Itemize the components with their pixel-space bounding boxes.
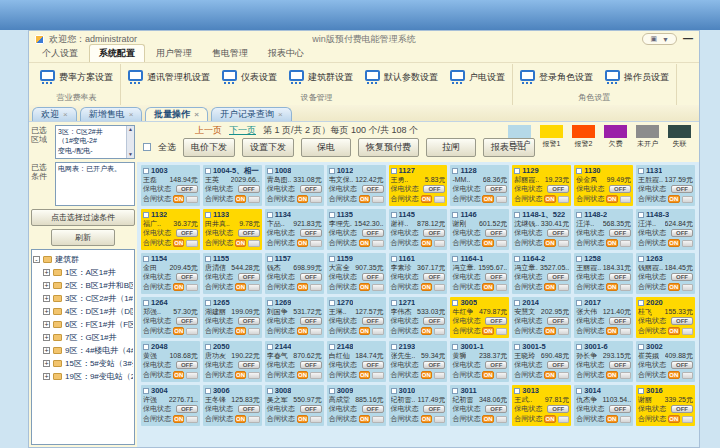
expand-icon[interactable]: + <box>43 308 50 315</box>
meter-card[interactable]: 1004-5、相一王英2029.66..保电状态OFF合闸状态ON <box>203 165 262 206</box>
on-button[interactable]: ON <box>235 195 246 203</box>
on-button[interactable]: ON <box>235 283 246 291</box>
on-button[interactable]: ON <box>359 195 370 203</box>
card-checkbox[interactable] <box>391 212 397 218</box>
meter-card[interactable]: 1130侯金凤99.49元保电状态OFF合闸状态ON <box>574 165 633 206</box>
card-checkbox[interactable] <box>514 388 520 394</box>
on-button[interactable]: ON <box>359 415 370 423</box>
on-button[interactable]: ON <box>482 195 493 203</box>
off-button[interactable]: OFF <box>238 229 260 237</box>
off-button[interactable]: OFF <box>238 273 260 281</box>
meter-card[interactable]: 1012韦文保..122.42元保电状态OFF合闸状态ON <box>327 165 386 206</box>
prev-page-link[interactable]: 上一页 <box>195 124 222 137</box>
card-checkbox[interactable] <box>391 388 397 394</box>
ribbon-tab[interactable]: 个人设置 <box>33 45 87 62</box>
meter-card[interactable]: 1264郑强..57.30元保电状态OFF合闸状态ON <box>141 297 200 338</box>
on-button[interactable]: ON <box>297 327 308 335</box>
off-button[interactable]: OFF <box>176 273 198 281</box>
card-checkbox[interactable] <box>143 256 149 262</box>
off-button[interactable]: OFF <box>176 405 198 413</box>
meter-card[interactable]: 1008青岛图..331.08元保电状态OFF合闸状态ON <box>265 165 324 206</box>
on-button[interactable]: ON <box>482 371 493 379</box>
off-button[interactable]: OFF <box>423 361 445 369</box>
off-button[interactable]: OFF <box>485 317 507 325</box>
card-checkbox[interactable] <box>329 344 335 350</box>
card-checkbox[interactable] <box>452 388 458 394</box>
card-checkbox[interactable] <box>638 168 644 174</box>
meter-card[interactable]: 2020桂飞155.33元保电状态OFF合闸状态ON <box>636 297 695 338</box>
meter-card[interactable]: 3009高成堂885.16元保电状态OFF合闸状态ON <box>327 385 386 426</box>
off-button[interactable]: OFF <box>362 229 384 237</box>
on-button[interactable]: ON <box>482 239 493 247</box>
on-button[interactable]: ON <box>544 371 555 379</box>
card-checkbox[interactable] <box>329 388 335 394</box>
close-icon[interactable]: × <box>278 110 283 119</box>
expand-icon[interactable]: + <box>43 334 50 341</box>
off-button[interactable]: OFF <box>423 273 445 281</box>
off-button[interactable]: OFF <box>176 185 198 193</box>
card-checkbox[interactable] <box>143 388 149 394</box>
card-checkbox[interactable] <box>514 300 520 306</box>
off-button[interactable]: OFF <box>485 405 507 413</box>
card-checkbox[interactable] <box>143 300 149 306</box>
on-button[interactable]: ON <box>235 239 246 247</box>
meter-card[interactable]: 1270王琳..127.57元保电状态OFF合闸状态ON <box>327 297 386 338</box>
meter-card[interactable]: 2017张大伟121.40元保电状态OFF合闸状态ON <box>574 297 633 338</box>
on-button[interactable]: ON <box>668 283 679 291</box>
meter-card[interactable]: 1134卞品..921.83元保电状态OFF合闸状态ON <box>265 209 324 250</box>
on-button[interactable]: ON <box>544 195 555 203</box>
close-icon[interactable]: × <box>194 110 199 119</box>
meter-card[interactable]: 2048黄强108.68元保电状态OFF合闸状态ON <box>141 341 200 382</box>
meter-card[interactable]: 3016谢丽339.25元保电状态OFF合闸状态ON <box>636 385 695 426</box>
card-checkbox[interactable] <box>267 212 273 218</box>
off-button[interactable]: OFF <box>362 405 384 413</box>
off-button[interactable]: OFF <box>300 273 322 281</box>
meter-card[interactable]: 2148白红仙184.74元保电状态OFF合闸状态ON <box>327 341 386 382</box>
on-button[interactable]: ON <box>173 195 184 203</box>
on-button[interactable]: ON <box>668 195 679 203</box>
off-button[interactable]: OFF <box>238 361 260 369</box>
card-checkbox[interactable] <box>143 168 149 174</box>
ribbon-tab[interactable]: 售电管理 <box>203 45 257 62</box>
card-checkbox[interactable] <box>329 168 335 174</box>
toolbar-button[interactable]: 保电 <box>301 138 351 157</box>
collapse-expander-icon[interactable]: - <box>33 256 40 263</box>
on-button[interactable]: ON <box>668 327 679 335</box>
card-checkbox[interactable] <box>638 212 644 218</box>
document-tab[interactable]: 欢迎× <box>32 107 77 121</box>
meter-card[interactable]: 1263钱丽霞..184.45元保电状态OFF合闸状态ON <box>636 253 695 294</box>
meter-card[interactable]: 2050唐功友190.22元保电状态OFF合闸状态ON <box>203 341 262 382</box>
on-button[interactable]: ON <box>235 371 246 379</box>
card-checkbox[interactable] <box>514 168 520 174</box>
meter-card[interactable]: 1146谢刚601.52元保电状态OFF合闸状态ON <box>450 209 509 250</box>
on-button[interactable]: ON <box>421 195 432 203</box>
tree-item[interactable]: +4区：D区1#井（D区1… <box>43 306 133 317</box>
off-button[interactable]: OFF <box>300 185 322 193</box>
expand-icon[interactable]: + <box>43 295 50 302</box>
card-checkbox[interactable] <box>452 256 458 262</box>
off-button[interactable]: OFF <box>547 405 569 413</box>
off-button[interactable]: OFF <box>547 273 569 281</box>
card-checkbox[interactable] <box>267 256 273 262</box>
refresh-button[interactable]: 刷新 <box>51 229 115 246</box>
ribbon-button[interactable]: 户电设置 <box>450 70 505 85</box>
tree-item[interactable]: +1区：A区1#井 <box>43 267 133 278</box>
card-checkbox[interactable] <box>452 168 458 174</box>
next-page-link[interactable]: 下一页 <box>229 124 256 137</box>
card-checkbox[interactable] <box>329 300 335 306</box>
card-checkbox[interactable] <box>452 212 458 218</box>
off-button[interactable]: OFF <box>609 229 631 237</box>
card-checkbox[interactable] <box>452 344 458 350</box>
meter-card[interactable]: 1157钱杰698.99元保电状态OFF合闸状态ON <box>265 253 324 294</box>
on-button[interactable]: ON <box>668 371 679 379</box>
card-checkbox[interactable] <box>514 344 520 350</box>
card-checkbox[interactable] <box>638 388 644 394</box>
card-checkbox[interactable] <box>576 300 582 306</box>
meter-card[interactable]: 1164-2冯立章..3527.05..保电状态OFF合闸状态ON <box>512 253 571 294</box>
scroll-down-icon[interactable]: ▼ <box>128 151 133 158</box>
on-button[interactable]: ON <box>421 239 432 247</box>
card-checkbox[interactable] <box>143 212 149 218</box>
expand-icon[interactable]: + <box>43 282 50 289</box>
meter-card[interactable]: 3008吴之军550.97元保电状态OFF合闸状态ON <box>265 385 324 426</box>
card-checkbox[interactable] <box>576 388 582 394</box>
